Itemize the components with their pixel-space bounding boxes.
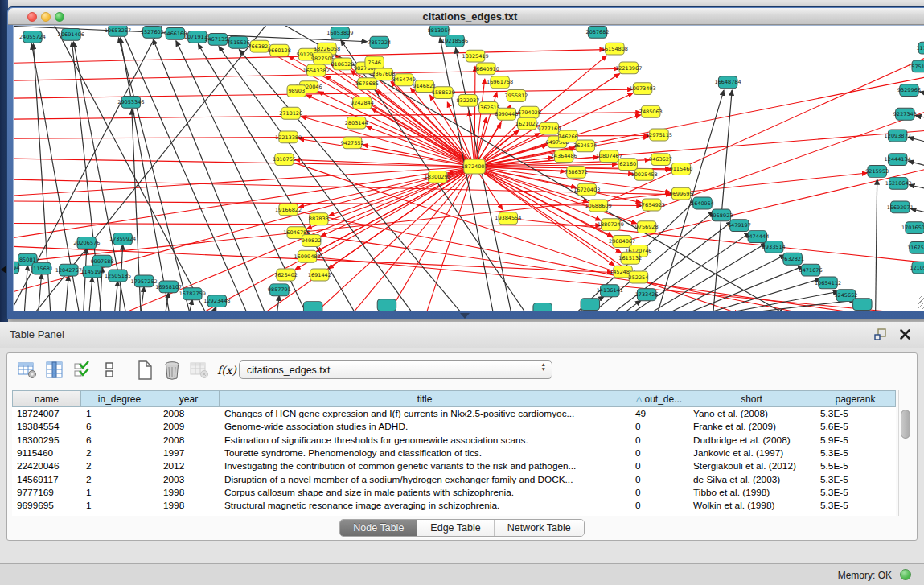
- graph-node[interactable]: 7386372: [565, 167, 588, 179]
- graph-node[interactable]: 1810755: [273, 154, 296, 166]
- table-cell[interactable]: Tourette syndrome. Phenomenology and cla…: [220, 447, 630, 459]
- graph-node[interactable]: 16154808: [602, 43, 628, 55]
- graph-node[interactable]: 7515526: [227, 36, 250, 48]
- graph-node[interactable]: 20691406: [58, 28, 84, 40]
- table-cell[interactable]: Wolkin et al. (1998): [688, 499, 815, 512]
- table-cell[interactable]: 22420046: [12, 459, 81, 472]
- graph-node[interactable]: 1588520: [432, 87, 455, 99]
- table-cell[interactable]: Tibbo et al. (1998): [688, 486, 815, 499]
- graph-node[interactable]: 9115460: [670, 163, 693, 175]
- table-cell[interactable]: 1: [81, 407, 158, 420]
- graph-node[interactable]: 16648784: [715, 76, 741, 89]
- graph-node[interactable]: 1615132: [618, 252, 642, 264]
- graph-node[interactable]: 8990448: [495, 108, 518, 120]
- vertical-scrollbar[interactable]: [898, 390, 912, 516]
- column-header-pagerank[interactable]: pagerank: [815, 390, 896, 407]
- table-cell[interactable]: 5.3E-5: [815, 472, 896, 485]
- graph-node[interactable]: 24055724: [19, 31, 46, 43]
- scrollbar-thumb[interactable]: [901, 410, 910, 439]
- table-cell[interactable]: 2008: [158, 434, 220, 447]
- table-cell[interactable]: 5.5E-5: [815, 459, 896, 472]
- graph-node[interactable]: 1115681: [30, 262, 53, 274]
- graph-node[interactable]: 17359924: [109, 233, 136, 245]
- graph-node[interactable]: 16640910: [473, 63, 499, 75]
- resize-grip[interactable]: [918, 296, 924, 309]
- graph-node[interactable]: 16958107: [155, 281, 182, 293]
- graph-node[interactable]: 746266: [558, 130, 578, 142]
- graph-node[interactable]: 9427552: [341, 137, 364, 149]
- table-cell[interactable]: 2: [81, 472, 158, 485]
- table-cell[interactable]: 5.3E-5: [815, 407, 896, 420]
- column-header-out-de-[interactable]: △out_de...: [630, 390, 688, 407]
- trash-icon[interactable]: [160, 359, 184, 381]
- graph-node[interactable]: 17957252: [131, 275, 158, 287]
- graph-node[interactable]: 12093872: [885, 130, 911, 142]
- table-cell[interactable]: Genome-wide association studies in ADHD.: [220, 420, 630, 433]
- row-height-icon[interactable]: [97, 359, 121, 381]
- table-cell[interactable]: 18724007: [12, 407, 81, 420]
- select-rows-icon[interactable]: [70, 359, 94, 381]
- graph-node[interactable]: [377, 299, 396, 311]
- memory-ok-indicator-icon[interactable]: [900, 569, 911, 580]
- graph-node[interactable]: [303, 302, 322, 311]
- graph-node[interactable]: 13325419: [462, 50, 489, 62]
- table-cell[interactable]: 1: [81, 499, 158, 512]
- table-cell[interactable]: 0: [630, 447, 688, 459]
- graph-node[interactable]: 12923448: [203, 295, 230, 307]
- graph-node[interactable]: [533, 303, 552, 311]
- graph-node[interactable]: 7632821: [781, 253, 804, 265]
- graph-node[interactable]: 19218586: [441, 35, 468, 47]
- graph-node[interactable]: 9699695: [670, 187, 693, 200]
- table-cell[interactable]: 2: [81, 459, 158, 472]
- table-cell[interactable]: de Silva et al. (2003): [688, 472, 815, 485]
- graph-node[interactable]: 2718126: [279, 107, 302, 119]
- table-cell[interactable]: 0: [630, 472, 688, 485]
- function-builder-icon[interactable]: f(x): [215, 359, 239, 381]
- graph-node[interactable]: 16782759: [179, 288, 206, 300]
- graph-node[interactable]: 10688609: [585, 200, 611, 212]
- window-titlebar[interactable]: citations_edges.txt: [8, 8, 924, 25]
- graph-node[interactable]: 24364486: [551, 150, 577, 163]
- table-cell[interactable]: Structural magnetic resonance image aver…: [220, 499, 630, 512]
- graph-node[interactable]: 2933514: [762, 241, 786, 253]
- graph-node[interactable]: 9242844: [351, 97, 374, 109]
- table-cell[interactable]: 2012: [158, 459, 220, 472]
- graph-node[interactable]: 18300295: [425, 171, 451, 183]
- graph-node[interactable]: 1117304: [916, 42, 924, 54]
- table-cell[interactable]: 14569117: [12, 472, 81, 485]
- graph-node[interactable]: 8958923: [709, 209, 733, 221]
- graph-node[interactable]: 7485063: [639, 105, 663, 117]
- table-cell[interactable]: 18300295: [12, 434, 81, 447]
- graph-node[interactable]: 19384554: [495, 212, 521, 225]
- table-cell[interactable]: 0: [630, 434, 688, 447]
- table-cell[interactable]: Jankovic et al. (1997): [688, 447, 815, 459]
- table-cell[interactable]: 5.3E-5: [815, 486, 896, 499]
- graph-node[interactable]: 7955812: [505, 90, 528, 102]
- graph-node[interactable]: 12975115: [646, 129, 672, 141]
- citation-network-graph[interactable]: 2405572420691406106532571527602946616010…: [14, 26, 924, 311]
- table-cell[interactable]: 9699695: [12, 499, 81, 512]
- new-document-icon[interactable]: [133, 359, 157, 381]
- table-row[interactable]: 969969511998Structural magnetic resonanc…: [12, 499, 896, 512]
- table-cell[interactable]: Stergiakouli et al. (2012): [688, 459, 815, 472]
- graph-node[interactable]: 17016504: [901, 222, 924, 234]
- graph-node[interactable]: 20206576: [73, 237, 100, 249]
- table-cell[interactable]: Disruption of a novel member of a sodium…: [220, 472, 630, 485]
- table-cell[interactable]: Franke et al. (2009): [688, 420, 815, 433]
- table-cell[interactable]: Estimation of significance thresholds fo…: [220, 434, 630, 447]
- network-canvas[interactable]: 2405572420691406106532571527602946616010…: [13, 25, 924, 311]
- graph-node[interactable]: 16210643: [885, 177, 912, 189]
- table-cell[interactable]: 0: [630, 486, 688, 499]
- table-cell[interactable]: 2009: [158, 420, 220, 433]
- graph-node[interactable]: 1167533: [907, 241, 924, 253]
- graph-node[interactable]: 2087682: [586, 26, 610, 38]
- table-row[interactable]: 1938455462009Genome-wide association stu…: [12, 420, 896, 433]
- table-cell[interactable]: 49: [630, 407, 688, 420]
- table-cell[interactable]: Nakamura et al. (1997): [688, 512, 815, 516]
- table-cell[interactable]: 9777169: [12, 486, 81, 499]
- graph-node[interactable]: 9660128: [268, 44, 291, 56]
- graph-node[interactable]: 1145194: [80, 266, 104, 278]
- graph-node[interactable]: 3675685: [355, 78, 379, 90]
- column-header-name[interactable]: name: [12, 390, 81, 407]
- table-cell[interactable]: 6: [81, 434, 158, 447]
